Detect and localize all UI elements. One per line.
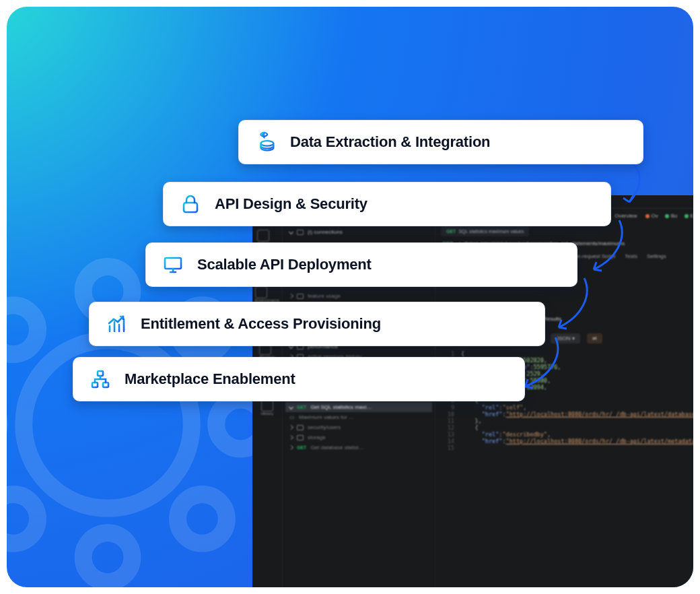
svg-rect-10 (184, 203, 197, 212)
card-api-security: API Design & Security (163, 182, 611, 226)
svg-point-8 (178, 494, 227, 543)
lock-icon (178, 192, 203, 216)
card-label: API Design & Security (215, 195, 368, 213)
card-label: Entitlement & Access Provisioning (141, 315, 381, 333)
hero-canvas: Postman ☰ My Workspace New Import Overvi… (7, 7, 693, 587)
analytics-icon (104, 312, 129, 336)
tree-item: Maximum values for … (299, 414, 354, 420)
card-marketplace: Marketplace Enablement (73, 357, 525, 401)
cloud-database-icon (254, 130, 278, 154)
svg-point-5 (7, 305, 38, 354)
tree-item: storage (308, 434, 326, 440)
monitor-icon (161, 253, 185, 277)
tab-label: SQL statistics maximum values (458, 229, 524, 234)
activity-environments[interactable]: Environments (255, 286, 280, 302)
tree-root: (i) connections (308, 229, 343, 235)
svg-point-9 (260, 141, 273, 146)
card-data-extraction: Data Extraction & Integration (238, 120, 643, 164)
svg-point-7 (7, 494, 38, 543)
tree-item: security/users (308, 424, 341, 430)
card-scalable-deploy: Scalable API Deployment (145, 242, 578, 287)
card-label: Scalable API Deployment (197, 256, 372, 273)
svg-point-2 (83, 533, 133, 582)
sitemap-icon (88, 367, 112, 391)
activity-history[interactable]: History (261, 399, 274, 416)
background-cog-glyph (7, 249, 283, 587)
card-label: Marketplace Enablement (125, 370, 295, 388)
tree-item: feature usage (308, 293, 341, 299)
card-entitlement: Entitlement & Access Provisioning (89, 302, 545, 346)
card-label: Data Extraction & Integration (290, 133, 490, 151)
tree-item: Get database statist… (310, 444, 363, 451)
tree-item-selected: Get SQL statistics maxi… (310, 404, 372, 410)
svg-rect-11 (165, 258, 181, 269)
